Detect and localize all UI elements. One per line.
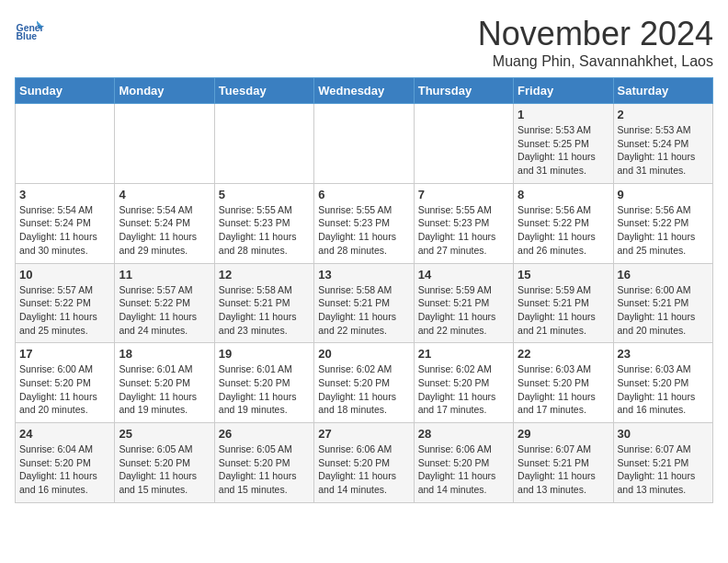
weekday-wednesday: Wednesday [314,78,414,104]
day-cell: 27Sunrise: 6:06 AM Sunset: 5:20 PM Dayli… [314,423,414,503]
day-cell: 5Sunrise: 5:55 AM Sunset: 5:23 PM Daylig… [214,183,313,263]
day-cell: 12Sunrise: 5:58 AM Sunset: 5:21 PM Dayli… [214,263,313,343]
day-number: 11 [119,268,210,282]
day-number: 4 [119,188,210,201]
day-info: Sunrise: 5:53 AM Sunset: 5:25 PM Dayligh… [518,123,609,178]
day-cell [314,104,414,184]
day-number: 18 [119,347,210,361]
day-number: 5 [219,188,310,201]
day-info: Sunrise: 6:04 AM Sunset: 5:20 PM Dayligh… [19,442,110,497]
day-number: 21 [418,347,509,361]
day-info: Sunrise: 6:07 AM Sunset: 5:21 PM Dayligh… [618,442,709,497]
day-number: 27 [318,427,409,441]
day-number: 10 [19,268,110,282]
day-cell: 14Sunrise: 5:59 AM Sunset: 5:21 PM Dayli… [414,263,513,343]
logo: General Blue [15,15,44,44]
month-title: November 2024 [478,15,713,53]
day-info: Sunrise: 6:01 AM Sunset: 5:20 PM Dayligh… [219,362,310,417]
day-info: Sunrise: 5:55 AM Sunset: 5:23 PM Dayligh… [418,203,509,258]
day-cell: 28Sunrise: 6:06 AM Sunset: 5:20 PM Dayli… [414,423,513,503]
logo-icon: General Blue [15,15,44,44]
day-number: 19 [219,347,310,361]
page-header: General Blue November 2024 Muang Phin, S… [15,15,713,70]
week-row-1: 1Sunrise: 5:53 AM Sunset: 5:25 PM Daylig… [16,104,713,184]
day-number: 20 [318,347,409,361]
day-cell: 21Sunrise: 6:02 AM Sunset: 5:20 PM Dayli… [414,343,513,423]
weekday-tuesday: Tuesday [214,78,313,104]
day-info: Sunrise: 5:55 AM Sunset: 5:23 PM Dayligh… [318,203,409,258]
day-cell: 24Sunrise: 6:04 AM Sunset: 5:20 PM Dayli… [16,423,115,503]
day-cell: 11Sunrise: 5:57 AM Sunset: 5:22 PM Dayli… [115,263,214,343]
day-cell: 29Sunrise: 6:07 AM Sunset: 5:21 PM Dayli… [514,423,613,503]
title-block: November 2024 Muang Phin, Savannahkhet, … [478,15,713,70]
day-number: 30 [618,427,709,441]
day-number: 25 [119,427,210,441]
day-info: Sunrise: 5:55 AM Sunset: 5:23 PM Dayligh… [219,203,310,258]
day-number: 23 [618,347,709,361]
day-cell: 18Sunrise: 6:01 AM Sunset: 5:20 PM Dayli… [115,343,214,423]
day-cell: 23Sunrise: 6:03 AM Sunset: 5:20 PM Dayli… [613,343,712,423]
weekday-header-row: SundayMondayTuesdayWednesdayThursdayFrid… [16,78,713,104]
day-info: Sunrise: 5:59 AM Sunset: 5:21 PM Dayligh… [418,283,509,338]
day-info: Sunrise: 6:01 AM Sunset: 5:20 PM Dayligh… [119,362,210,417]
day-number: 24 [19,427,110,441]
day-number: 12 [219,268,310,282]
day-number: 8 [518,188,609,201]
day-cell: 13Sunrise: 5:58 AM Sunset: 5:21 PM Dayli… [314,263,414,343]
week-row-5: 24Sunrise: 6:04 AM Sunset: 5:20 PM Dayli… [16,423,713,503]
day-number: 22 [518,347,609,361]
week-row-3: 10Sunrise: 5:57 AM Sunset: 5:22 PM Dayli… [16,263,713,343]
day-cell: 30Sunrise: 6:07 AM Sunset: 5:21 PM Dayli… [613,423,712,503]
day-info: Sunrise: 6:00 AM Sunset: 5:21 PM Dayligh… [618,283,709,338]
day-number: 6 [318,188,409,201]
week-row-2: 3Sunrise: 5:54 AM Sunset: 5:24 PM Daylig… [16,183,713,263]
day-info: Sunrise: 6:07 AM Sunset: 5:21 PM Dayligh… [518,442,609,497]
day-info: Sunrise: 5:59 AM Sunset: 5:21 PM Dayligh… [518,283,609,338]
week-row-4: 17Sunrise: 6:00 AM Sunset: 5:20 PM Dayli… [16,343,713,423]
day-info: Sunrise: 6:06 AM Sunset: 5:20 PM Dayligh… [318,442,409,497]
day-info: Sunrise: 5:56 AM Sunset: 5:22 PM Dayligh… [518,203,609,258]
day-cell: 22Sunrise: 6:03 AM Sunset: 5:20 PM Dayli… [514,343,613,423]
svg-text:Blue: Blue [17,31,38,41]
day-cell: 26Sunrise: 6:05 AM Sunset: 5:20 PM Dayli… [214,423,313,503]
day-cell [214,104,313,184]
day-cell: 19Sunrise: 6:01 AM Sunset: 5:20 PM Dayli… [214,343,313,423]
day-cell [414,104,513,184]
day-cell: 7Sunrise: 5:55 AM Sunset: 5:23 PM Daylig… [414,183,513,263]
day-cell: 10Sunrise: 5:57 AM Sunset: 5:22 PM Dayli… [16,263,115,343]
day-number: 16 [618,268,709,282]
day-info: Sunrise: 5:54 AM Sunset: 5:24 PM Dayligh… [119,203,210,258]
day-cell: 6Sunrise: 5:55 AM Sunset: 5:23 PM Daylig… [314,183,414,263]
day-cell [16,104,115,184]
day-cell: 4Sunrise: 5:54 AM Sunset: 5:24 PM Daylig… [115,183,214,263]
day-number: 26 [219,427,310,441]
day-cell: 16Sunrise: 6:00 AM Sunset: 5:21 PM Dayli… [613,263,712,343]
day-cell: 17Sunrise: 6:00 AM Sunset: 5:20 PM Dayli… [16,343,115,423]
day-info: Sunrise: 6:05 AM Sunset: 5:20 PM Dayligh… [219,442,310,497]
day-cell: 3Sunrise: 5:54 AM Sunset: 5:24 PM Daylig… [16,183,115,263]
day-cell: 20Sunrise: 6:02 AM Sunset: 5:20 PM Dayli… [314,343,414,423]
day-cell: 1Sunrise: 5:53 AM Sunset: 5:25 PM Daylig… [514,104,613,184]
day-number: 14 [418,268,509,282]
day-info: Sunrise: 6:05 AM Sunset: 5:20 PM Dayligh… [119,442,210,497]
weekday-saturday: Saturday [613,78,712,104]
day-number: 1 [518,108,609,121]
weekday-thursday: Thursday [414,78,513,104]
day-info: Sunrise: 6:03 AM Sunset: 5:20 PM Dayligh… [518,362,609,417]
day-number: 13 [318,268,409,282]
day-number: 2 [618,108,709,121]
day-info: Sunrise: 5:57 AM Sunset: 5:22 PM Dayligh… [19,283,110,338]
day-cell: 2Sunrise: 5:53 AM Sunset: 5:24 PM Daylig… [613,104,712,184]
day-cell: 15Sunrise: 5:59 AM Sunset: 5:21 PM Dayli… [514,263,613,343]
day-info: Sunrise: 6:03 AM Sunset: 5:20 PM Dayligh… [618,362,709,417]
weekday-sunday: Sunday [16,78,115,104]
day-info: Sunrise: 5:56 AM Sunset: 5:22 PM Dayligh… [618,203,709,258]
day-number: 7 [418,188,509,201]
day-info: Sunrise: 5:58 AM Sunset: 5:21 PM Dayligh… [318,283,409,338]
day-number: 3 [19,188,110,201]
day-info: Sunrise: 6:00 AM Sunset: 5:20 PM Dayligh… [19,362,110,417]
day-info: Sunrise: 5:57 AM Sunset: 5:22 PM Dayligh… [119,283,210,338]
day-number: 9 [618,188,709,201]
day-cell: 25Sunrise: 6:05 AM Sunset: 5:20 PM Dayli… [115,423,214,503]
day-info: Sunrise: 6:02 AM Sunset: 5:20 PM Dayligh… [318,362,409,417]
